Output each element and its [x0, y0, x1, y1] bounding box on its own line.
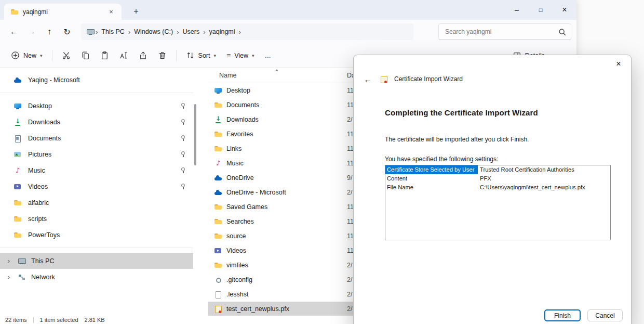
folder-icon	[214, 261, 222, 269]
view-lines-icon: ≡	[226, 51, 231, 60]
chevron-down-icon: ▾	[213, 53, 216, 58]
sidebar-item[interactable]: Desktop	[0, 98, 193, 114]
sidebar-item-label: PowerToys	[28, 231, 60, 239]
view-button[interactable]: ≡ View ▾	[222, 47, 259, 64]
music-icon	[14, 166, 22, 175]
settings-list[interactable]: Certificate Store Selected by User Trust…	[385, 165, 611, 240]
settings-row[interactable]: Certificate Store Selected by User Trust…	[385, 165, 610, 174]
file-name: vimfiles	[226, 262, 347, 269]
folder-icon	[14, 199, 22, 207]
rename-button[interactable]	[115, 47, 133, 64]
toolbar-divider	[52, 50, 52, 61]
file-name: OneDrive - Microsoft	[226, 189, 347, 196]
cloud-icon	[214, 188, 222, 197]
chevron-right-icon: ›	[238, 28, 242, 36]
breadcrumb-item[interactable]: Users	[180, 28, 203, 35]
sidebar-item[interactable]: aifabric	[0, 195, 193, 211]
new-button[interactable]: New ▾	[6, 47, 47, 64]
cut-button[interactable]	[57, 47, 75, 64]
finish-button[interactable]: Finish	[544, 309, 581, 321]
sort-button[interactable]: Sort ▾	[181, 47, 221, 64]
tree-list: › This PC › Network	[0, 253, 193, 285]
file-name: test_cert_newplus.pfx	[226, 305, 347, 313]
network-icon	[18, 273, 26, 281]
breadcrumb-item[interactable]: yaqingmi	[207, 28, 238, 35]
tab-close-icon[interactable]: ×	[105, 6, 117, 18]
documents-icon	[14, 134, 22, 142]
wizard-back-icon[interactable]: ←	[362, 75, 373, 84]
explorer-tab[interactable]: yaqingmi ×	[4, 4, 122, 20]
file-date: 2/	[347, 262, 352, 269]
sidebar-tree-item[interactable]: › This PC	[0, 253, 193, 269]
breadcrumb-item[interactable]: Windows (C:)	[131, 28, 176, 35]
sidebar-item[interactable]: Documents	[0, 130, 193, 146]
sidebar-item[interactable]: scripts	[0, 211, 193, 227]
settings-row[interactable]: File Name C:\Users\yaqingmi\test_cert_ne…	[385, 183, 610, 192]
dialog-buttons: Finish Cancel	[544, 309, 623, 321]
sidebar-item[interactable]: Videos	[0, 178, 193, 195]
navigation-bar: ← → ↑ ↻ › This PC › Windows (C:) › Users	[0, 20, 576, 44]
desktop-icon	[214, 86, 222, 95]
refresh-icon[interactable]: ↻	[58, 23, 76, 40]
tab-strip: yaqingmi × + – □ ×	[0, 0, 576, 20]
file-date: 9/	[347, 174, 352, 182]
dialog-close-icon[interactable]: ×	[607, 56, 630, 72]
close-icon[interactable]: ×	[553, 0, 576, 20]
settings-row[interactable]: Content PFX	[385, 174, 610, 183]
toolbar-divider	[176, 50, 177, 61]
sidebar-item[interactable]: PowerToys	[0, 227, 193, 243]
sidebar-item-onedrive[interactable]: Yaqing - Microsoft	[0, 72, 193, 88]
plus-circle-icon	[11, 51, 20, 60]
folder-icon	[214, 130, 222, 138]
file-name: Desktop	[226, 87, 347, 94]
gear-icon	[214, 276, 222, 284]
setting-key: Certificate Store Selected by User	[385, 165, 478, 174]
sidebar-item[interactable]: Music	[0, 162, 193, 178]
sidebar-divider	[0, 93, 193, 93]
sidebar-item-label: aifabric	[28, 199, 49, 206]
onedrive-cloud-icon	[14, 76, 22, 84]
sidebar-item[interactable]: Downloads	[0, 114, 193, 130]
folder-icon	[10, 8, 19, 16]
file-name: Saved Games	[226, 203, 347, 211]
window-controls: – □ ×	[505, 0, 576, 20]
new-tab-button[interactable]: +	[129, 5, 143, 18]
new-button-label: New	[23, 52, 36, 59]
search-icon[interactable]	[558, 28, 567, 36]
navigation-pane: Yaqing - Microsoft Desktop Downloads	[0, 68, 193, 316]
pictures-icon	[14, 150, 22, 159]
share-icon	[139, 51, 147, 60]
paste-button[interactable]	[96, 47, 114, 64]
downloads-icon	[214, 115, 222, 124]
chevron-right-icon[interactable]: ›	[5, 273, 12, 281]
sidebar-item-label: Desktop	[28, 102, 52, 110]
cancel-button[interactable]: Cancel	[587, 309, 623, 321]
breadcrumb: › This PC › Windows (C:) › Users › yaqin…	[81, 23, 413, 40]
downloads-icon	[14, 118, 22, 126]
chevron-right-icon: ›	[127, 28, 131, 36]
copy-icon	[81, 51, 90, 60]
up-icon[interactable]: ↑	[41, 23, 58, 40]
sidebar-item-label: Videos	[28, 183, 48, 190]
breadcrumb-item[interactable]: This PC	[99, 28, 127, 35]
column-header-name[interactable]: Name	[208, 72, 347, 79]
sidebar-scrollbar[interactable]	[194, 104, 196, 165]
search-input[interactable]	[445, 28, 558, 35]
sidebar-tree-item[interactable]: › Network	[0, 269, 193, 285]
chevron-down-icon: ▾	[40, 53, 43, 58]
back-icon[interactable]: ←	[5, 23, 23, 40]
sidebar-item[interactable]: Pictures	[0, 146, 193, 162]
share-button[interactable]	[134, 47, 152, 64]
trash-icon	[158, 51, 167, 60]
file-name: Searches	[226, 218, 347, 225]
copy-button[interactable]	[76, 47, 95, 64]
forward-icon[interactable]: →	[23, 23, 41, 40]
minimize-icon[interactable]: –	[505, 0, 529, 20]
cloud-icon	[214, 174, 222, 182]
maximize-icon[interactable]: □	[529, 0, 553, 20]
selection-size: 2.81 KB	[85, 317, 105, 323]
chevron-right-icon[interactable]: ›	[5, 257, 12, 265]
delete-button[interactable]	[153, 47, 171, 64]
wizard-content: Completing the Certificate Import Wizard…	[354, 108, 631, 240]
more-options-button[interactable]: …	[260, 47, 276, 64]
